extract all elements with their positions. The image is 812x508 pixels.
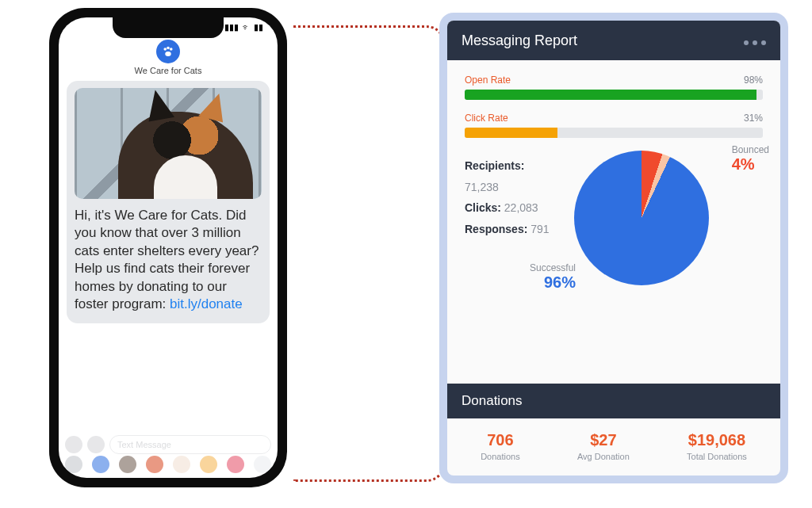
responses-label: Responses: — [465, 223, 527, 235]
open-rate-label: Open Rate — [465, 74, 511, 86]
donations-row: 706 Donations $27 Avg Donation $19,068 T… — [447, 418, 780, 476]
avg-donation-value: $27 — [577, 431, 630, 449]
dock-app[interactable] — [254, 456, 271, 473]
message-bubble: Hi, it's We Care for Cats. Did you know … — [67, 81, 270, 323]
dock-app[interactable] — [227, 456, 244, 473]
total-donations: $19,068 Total Donations — [687, 431, 747, 461]
recipients-value: 71,238 — [465, 181, 499, 193]
input-placeholder: Text Message — [117, 440, 171, 449]
donate-link[interactable]: bit.ly/donate — [170, 296, 243, 311]
click-rate-row: Click Rate 31% — [465, 113, 763, 138]
svg-point-0 — [163, 48, 167, 51]
bounced-value: 4% — [732, 155, 769, 174]
svg-point-3 — [165, 52, 171, 56]
avg-donation-label: Avg Donation — [577, 452, 630, 461]
total-donations-value: $19,068 — [687, 431, 747, 449]
donation-count: 706 Donations — [481, 431, 520, 461]
cat-image — [75, 88, 262, 199]
chat-input-row: Text Message — [65, 435, 271, 454]
recipients-label: Recipients: — [465, 159, 524, 172]
appstore-icon[interactable] — [87, 436, 105, 453]
responses-value: 791 — [530, 223, 549, 235]
pie-icon — [574, 151, 709, 285]
open-rate-row: Open Rate 98% — [465, 74, 763, 100]
click-rate-value: 31% — [744, 113, 763, 124]
avg-donation: $27 Avg Donation — [577, 431, 630, 461]
paw-icon — [156, 40, 180, 63]
clicks-value: 22,083 — [504, 201, 538, 214]
brand-name: We Care for Cats — [59, 66, 278, 75]
donations-title: Donations — [462, 393, 523, 409]
signal-icon: ▮▮▮ — [224, 22, 239, 32]
report-card: Messaging Report Open Rate 98% Click Rat… — [439, 13, 788, 483]
message-area: Hi, it's We Care for Cats. Did you know … — [67, 81, 270, 432]
successful-label: Successful — [530, 262, 576, 273]
status-bar: ▮▮▮ ᯤ ▮▮ — [224, 22, 263, 32]
wifi-icon: ᯤ — [242, 22, 251, 32]
phone-screen: ▮▮▮ ᯤ ▮▮ We Care for Cats — [59, 17, 278, 478]
dock-app[interactable] — [200, 456, 217, 473]
successful-value: 96% — [530, 273, 576, 292]
click-rate-bar — [465, 128, 763, 138]
dock-app[interactable] — [173, 456, 190, 473]
clicks-label: Clicks: — [465, 201, 501, 214]
message-text: Hi, it's We Care for Cats. Did you know … — [75, 207, 262, 314]
open-rate-value: 98% — [744, 74, 763, 86]
dock-app[interactable] — [119, 456, 136, 473]
phone-mockup: ▮▮▮ ᯤ ▮▮ We Care for Cats — [49, 8, 287, 487]
svg-point-2 — [170, 48, 173, 51]
donations-header: Donations — [447, 384, 780, 418]
text-message-input[interactable]: Text Message — [109, 435, 271, 454]
dock-app[interactable] — [92, 456, 109, 473]
total-donations-label: Total Donations — [687, 452, 747, 461]
donation-count-value: 706 — [481, 431, 520, 449]
dock-app[interactable] — [65, 456, 82, 473]
click-rate-label: Click Rate — [465, 113, 508, 124]
delivery-pie-chart: Successful 96% Bounced 4% — [574, 151, 709, 285]
battery-icon: ▮▮ — [254, 22, 263, 32]
camera-icon[interactable] — [65, 436, 82, 453]
donation-count-label: Donations — [481, 452, 520, 461]
open-rate-bar — [465, 90, 763, 100]
svg-point-1 — [167, 47, 170, 50]
chat-header: We Care for Cats — [59, 40, 278, 75]
app-dock — [63, 456, 273, 475]
phone-notch — [113, 17, 224, 38]
connector-line — [293, 25, 446, 482]
bounced-label: Bounced — [732, 144, 769, 155]
dock-app[interactable] — [146, 456, 163, 473]
report-title: Messaging Report — [462, 32, 577, 49]
more-icon[interactable] — [740, 32, 766, 49]
report-header: Messaging Report — [447, 21, 780, 60]
